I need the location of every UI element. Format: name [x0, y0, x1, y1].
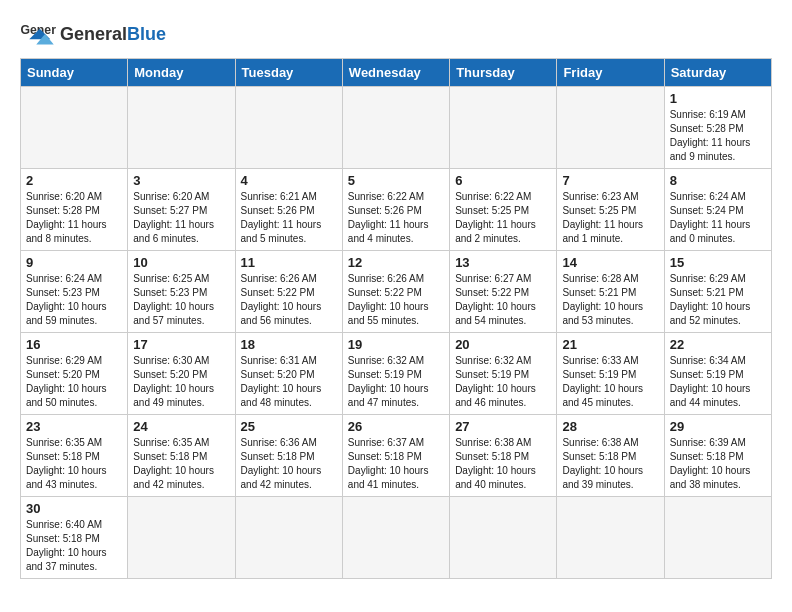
day-header-wednesday: Wednesday	[342, 59, 449, 87]
day-number: 3	[133, 173, 229, 188]
calendar-cell	[128, 497, 235, 579]
calendar-cell	[557, 87, 664, 169]
calendar-cell	[450, 497, 557, 579]
day-number: 1	[670, 91, 766, 106]
calendar-week-3: 16Sunrise: 6:29 AM Sunset: 5:20 PM Dayli…	[21, 333, 772, 415]
day-number: 21	[562, 337, 658, 352]
day-info: Sunrise: 6:22 AM Sunset: 5:26 PM Dayligh…	[348, 190, 444, 246]
day-info: Sunrise: 6:33 AM Sunset: 5:19 PM Dayligh…	[562, 354, 658, 410]
day-header-monday: Monday	[128, 59, 235, 87]
day-info: Sunrise: 6:29 AM Sunset: 5:21 PM Dayligh…	[670, 272, 766, 328]
day-number: 7	[562, 173, 658, 188]
day-info: Sunrise: 6:19 AM Sunset: 5:28 PM Dayligh…	[670, 108, 766, 164]
calendar-cell: 23Sunrise: 6:35 AM Sunset: 5:18 PM Dayli…	[21, 415, 128, 497]
calendar-cell: 16Sunrise: 6:29 AM Sunset: 5:20 PM Dayli…	[21, 333, 128, 415]
day-info: Sunrise: 6:21 AM Sunset: 5:26 PM Dayligh…	[241, 190, 337, 246]
calendar-cell: 30Sunrise: 6:40 AM Sunset: 5:18 PM Dayli…	[21, 497, 128, 579]
day-header-sunday: Sunday	[21, 59, 128, 87]
calendar-cell: 28Sunrise: 6:38 AM Sunset: 5:18 PM Dayli…	[557, 415, 664, 497]
calendar-week-4: 23Sunrise: 6:35 AM Sunset: 5:18 PM Dayli…	[21, 415, 772, 497]
day-number: 18	[241, 337, 337, 352]
calendar-cell: 8Sunrise: 6:24 AM Sunset: 5:24 PM Daylig…	[664, 169, 771, 251]
calendar-cell: 14Sunrise: 6:28 AM Sunset: 5:21 PM Dayli…	[557, 251, 664, 333]
calendar-cell: 25Sunrise: 6:36 AM Sunset: 5:18 PM Dayli…	[235, 415, 342, 497]
calendar-cell: 26Sunrise: 6:37 AM Sunset: 5:18 PM Dayli…	[342, 415, 449, 497]
calendar-cell: 27Sunrise: 6:38 AM Sunset: 5:18 PM Dayli…	[450, 415, 557, 497]
day-info: Sunrise: 6:20 AM Sunset: 5:28 PM Dayligh…	[26, 190, 122, 246]
day-info: Sunrise: 6:29 AM Sunset: 5:20 PM Dayligh…	[26, 354, 122, 410]
calendar-week-1: 2Sunrise: 6:20 AM Sunset: 5:28 PM Daylig…	[21, 169, 772, 251]
day-info: Sunrise: 6:31 AM Sunset: 5:20 PM Dayligh…	[241, 354, 337, 410]
day-info: Sunrise: 6:22 AM Sunset: 5:25 PM Dayligh…	[455, 190, 551, 246]
calendar-header-row: SundayMondayTuesdayWednesdayThursdayFrid…	[21, 59, 772, 87]
calendar-cell: 10Sunrise: 6:25 AM Sunset: 5:23 PM Dayli…	[128, 251, 235, 333]
logo: General GeneralBlue	[20, 20, 166, 48]
day-info: Sunrise: 6:35 AM Sunset: 5:18 PM Dayligh…	[133, 436, 229, 492]
day-number: 12	[348, 255, 444, 270]
day-info: Sunrise: 6:32 AM Sunset: 5:19 PM Dayligh…	[348, 354, 444, 410]
calendar-week-5: 30Sunrise: 6:40 AM Sunset: 5:18 PM Dayli…	[21, 497, 772, 579]
calendar-cell	[21, 87, 128, 169]
day-info: Sunrise: 6:37 AM Sunset: 5:18 PM Dayligh…	[348, 436, 444, 492]
day-info: Sunrise: 6:25 AM Sunset: 5:23 PM Dayligh…	[133, 272, 229, 328]
calendar-cell: 18Sunrise: 6:31 AM Sunset: 5:20 PM Dayli…	[235, 333, 342, 415]
calendar-cell	[342, 87, 449, 169]
calendar-cell	[557, 497, 664, 579]
day-number: 5	[348, 173, 444, 188]
day-info: Sunrise: 6:23 AM Sunset: 5:25 PM Dayligh…	[562, 190, 658, 246]
calendar-cell: 3Sunrise: 6:20 AM Sunset: 5:27 PM Daylig…	[128, 169, 235, 251]
calendar-cell: 6Sunrise: 6:22 AM Sunset: 5:25 PM Daylig…	[450, 169, 557, 251]
day-number: 4	[241, 173, 337, 188]
day-number: 9	[26, 255, 122, 270]
day-number: 23	[26, 419, 122, 434]
calendar-body: 1Sunrise: 6:19 AM Sunset: 5:28 PM Daylig…	[21, 87, 772, 579]
calendar-cell: 13Sunrise: 6:27 AM Sunset: 5:22 PM Dayli…	[450, 251, 557, 333]
day-header-thursday: Thursday	[450, 59, 557, 87]
day-number: 19	[348, 337, 444, 352]
calendar-cell	[235, 497, 342, 579]
calendar-cell: 22Sunrise: 6:34 AM Sunset: 5:19 PM Dayli…	[664, 333, 771, 415]
day-number: 30	[26, 501, 122, 516]
calendar-cell: 11Sunrise: 6:26 AM Sunset: 5:22 PM Dayli…	[235, 251, 342, 333]
day-number: 2	[26, 173, 122, 188]
calendar-cell	[664, 497, 771, 579]
calendar-cell: 5Sunrise: 6:22 AM Sunset: 5:26 PM Daylig…	[342, 169, 449, 251]
day-info: Sunrise: 6:26 AM Sunset: 5:22 PM Dayligh…	[241, 272, 337, 328]
day-number: 24	[133, 419, 229, 434]
calendar-cell: 12Sunrise: 6:26 AM Sunset: 5:22 PM Dayli…	[342, 251, 449, 333]
day-number: 6	[455, 173, 551, 188]
calendar-cell: 2Sunrise: 6:20 AM Sunset: 5:28 PM Daylig…	[21, 169, 128, 251]
day-number: 27	[455, 419, 551, 434]
day-number: 16	[26, 337, 122, 352]
calendar-cell: 15Sunrise: 6:29 AM Sunset: 5:21 PM Dayli…	[664, 251, 771, 333]
day-info: Sunrise: 6:30 AM Sunset: 5:20 PM Dayligh…	[133, 354, 229, 410]
calendar-cell	[235, 87, 342, 169]
day-number: 20	[455, 337, 551, 352]
calendar-week-2: 9Sunrise: 6:24 AM Sunset: 5:23 PM Daylig…	[21, 251, 772, 333]
day-info: Sunrise: 6:27 AM Sunset: 5:22 PM Dayligh…	[455, 272, 551, 328]
calendar-week-0: 1Sunrise: 6:19 AM Sunset: 5:28 PM Daylig…	[21, 87, 772, 169]
day-info: Sunrise: 6:40 AM Sunset: 5:18 PM Dayligh…	[26, 518, 122, 574]
page-header: General GeneralBlue	[20, 20, 772, 48]
day-header-saturday: Saturday	[664, 59, 771, 87]
day-info: Sunrise: 6:24 AM Sunset: 5:23 PM Dayligh…	[26, 272, 122, 328]
calendar-cell: 24Sunrise: 6:35 AM Sunset: 5:18 PM Dayli…	[128, 415, 235, 497]
calendar-cell: 29Sunrise: 6:39 AM Sunset: 5:18 PM Dayli…	[664, 415, 771, 497]
day-number: 13	[455, 255, 551, 270]
day-number: 25	[241, 419, 337, 434]
calendar-cell: 7Sunrise: 6:23 AM Sunset: 5:25 PM Daylig…	[557, 169, 664, 251]
logo-text: GeneralBlue	[60, 24, 166, 45]
day-info: Sunrise: 6:38 AM Sunset: 5:18 PM Dayligh…	[455, 436, 551, 492]
calendar-cell: 4Sunrise: 6:21 AM Sunset: 5:26 PM Daylig…	[235, 169, 342, 251]
day-info: Sunrise: 6:24 AM Sunset: 5:24 PM Dayligh…	[670, 190, 766, 246]
calendar-cell	[128, 87, 235, 169]
logo-icon: General	[20, 20, 56, 48]
day-number: 22	[670, 337, 766, 352]
calendar-cell: 19Sunrise: 6:32 AM Sunset: 5:19 PM Dayli…	[342, 333, 449, 415]
day-header-tuesday: Tuesday	[235, 59, 342, 87]
calendar-table: SundayMondayTuesdayWednesdayThursdayFrid…	[20, 58, 772, 579]
day-number: 8	[670, 173, 766, 188]
day-info: Sunrise: 6:38 AM Sunset: 5:18 PM Dayligh…	[562, 436, 658, 492]
calendar-cell: 21Sunrise: 6:33 AM Sunset: 5:19 PM Dayli…	[557, 333, 664, 415]
day-number: 28	[562, 419, 658, 434]
